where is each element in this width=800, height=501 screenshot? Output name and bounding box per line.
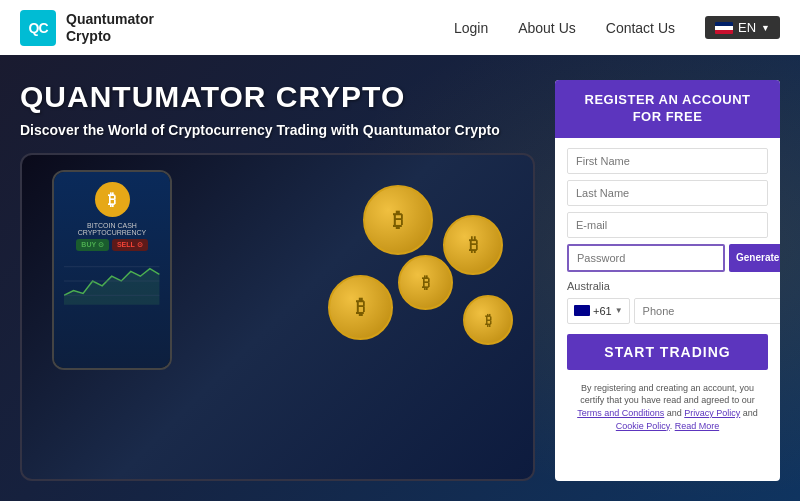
register-panel: REGISTER AN ACCOUNT FOR FREE Generate pa…	[555, 80, 780, 481]
terms-conditions-link[interactable]: Terms and Conditions	[577, 408, 664, 418]
language-button[interactable]: EN ▼	[705, 16, 780, 39]
coins-area: ₿ ₿ ₿ ₿ ₿	[313, 165, 513, 365]
phone-row: +61 ▼	[567, 298, 768, 324]
contact-link[interactable]: Contact Us	[606, 20, 675, 36]
chart-area	[64, 256, 159, 306]
coin-1: ₿	[363, 185, 433, 255]
coin-3: ₿	[398, 255, 453, 310]
trade-buttons: BUY ⊙ SELL ⊙	[76, 239, 147, 251]
terms-text: By registering and creating an account, …	[567, 376, 768, 440]
country-label: Australia	[567, 280, 768, 292]
start-trading-button[interactable]: START TRADING	[567, 334, 768, 370]
cookie-policy-link[interactable]: Cookie Policy	[616, 421, 670, 431]
hero-subtitle: Discover the World of Cryptocurrency Tra…	[20, 122, 535, 138]
password-row: Generate passwords	[567, 244, 768, 272]
logo-icon: QC	[20, 10, 56, 46]
coin-4: ₿	[328, 275, 393, 340]
flag-icon	[715, 22, 733, 34]
coin-5: ₿	[463, 295, 513, 345]
coin-2: ₿	[443, 215, 503, 275]
bitcoin-logo: ₿	[95, 182, 130, 217]
password-input[interactable]	[567, 244, 725, 272]
last-name-input[interactable]	[567, 180, 768, 206]
privacy-policy-link[interactable]: Privacy Policy	[684, 408, 740, 418]
chevron-down-icon: ▼	[615, 306, 623, 315]
chart-svg	[64, 256, 159, 306]
flag-au-icon	[574, 305, 590, 316]
about-link[interactable]: About Us	[518, 20, 576, 36]
sell-label: SELL ⊙	[112, 239, 148, 251]
chevron-down-icon: ▼	[761, 23, 770, 33]
nav-right: Login About Us Contact Us EN ▼	[454, 16, 780, 39]
main-content: QUANTUMATOR CRYPTO Discover the World of…	[0, 55, 800, 501]
logo-text: Quantumator Crypto	[66, 11, 154, 45]
login-link[interactable]: Login	[454, 20, 488, 36]
page-title: QUANTUMATOR CRYPTO	[20, 80, 535, 114]
form-header: REGISTER AN ACCOUNT FOR FREE	[555, 80, 780, 138]
buy-label: BUY ⊙	[76, 239, 109, 251]
phone-input[interactable]	[634, 298, 780, 324]
header: QC Quantumator Crypto Login About Us Con…	[0, 0, 800, 55]
hero-image: ₿ BITCOIN CASHCRYPTOCURRENCY BUY ⊙ SELL …	[20, 153, 535, 481]
first-name-input[interactable]	[567, 148, 768, 174]
left-content: QUANTUMATOR CRYPTO Discover the World of…	[20, 80, 535, 481]
generate-passwords-button[interactable]: Generate passwords	[729, 244, 780, 272]
phone-screen: ₿ BITCOIN CASHCRYPTOCURRENCY BUY ⊙ SELL …	[54, 172, 170, 368]
form-body: Generate passwords Australia +61 ▼ START…	[555, 138, 780, 481]
read-more-link[interactable]: Read More	[675, 421, 720, 431]
phone-mockup: ₿ BITCOIN CASHCRYPTOCURRENCY BUY ⊙ SELL …	[52, 170, 172, 370]
bitcoin-cash-label: BITCOIN CASHCRYPTOCURRENCY	[78, 222, 147, 236]
country-code-selector[interactable]: +61 ▼	[567, 298, 630, 324]
logo-area: QC Quantumator Crypto	[20, 10, 154, 46]
email-input[interactable]	[567, 212, 768, 238]
